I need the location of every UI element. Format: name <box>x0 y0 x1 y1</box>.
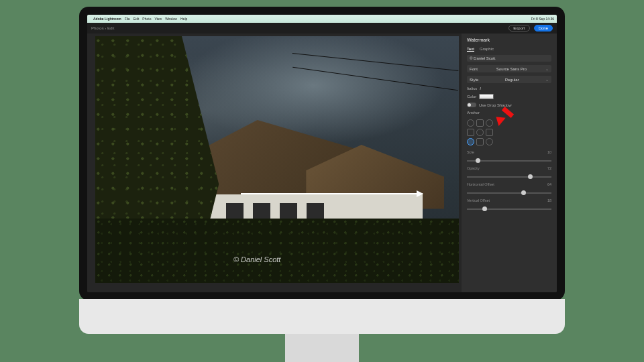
menu-help[interactable]: Help <box>180 17 187 21</box>
style-select[interactable]: Style Regular ⌄ <box>467 76 551 83</box>
menu-edit[interactable]: Edit <box>133 17 140 21</box>
photo-preview: © Daniel Scott <box>95 36 459 283</box>
vertical-label: Vertical Offset <box>467 198 490 202</box>
drop-shadow-label: Use Drop Shadow <box>479 103 512 107</box>
watermark-overlay[interactable]: © Daniel Scott <box>233 255 280 263</box>
italics-row: Italics I <box>467 86 551 90</box>
horizontal-label: Horizontal Offset <box>467 182 494 186</box>
watermark-type-tabs: Text Graphic <box>467 47 551 52</box>
opacity-label: Opacity <box>467 166 480 170</box>
anchor-mid-right[interactable] <box>486 129 493 136</box>
font-select[interactable]: Font Source Sans Pro ⌄ <box>467 65 551 72</box>
size-value: 10 <box>547 150 551 154</box>
panel-title: Watermark <box>467 38 551 42</box>
size-label: Size <box>467 150 474 154</box>
anchor-top-left[interactable] <box>467 119 474 127</box>
menubar-clock: Fri 8 Sep 14:36 <box>531 17 554 21</box>
breadcrumb: Photos › Edit <box>91 26 114 30</box>
color-swatch[interactable] <box>479 94 494 99</box>
anchor-label: Anchor <box>467 111 551 115</box>
anchor-mid-left[interactable] <box>467 129 474 136</box>
anchor-bottom-center[interactable] <box>476 138 484 145</box>
export-button[interactable]: Export <box>508 25 529 32</box>
anchor-bottom-left[interactable] <box>467 138 474 145</box>
color-row: Color <box>467 94 551 99</box>
monitor-bezel: Adobe Lightroom File Edit Photo View Win… <box>79 7 565 300</box>
opacity-value: 72 <box>547 166 551 170</box>
tab-graphic[interactable]: Graphic <box>480 47 494 52</box>
macos-menubar: Adobe Lightroom File Edit Photo View Win… <box>87 15 557 23</box>
vertical-slider[interactable] <box>467 208 551 210</box>
workspace: © Daniel Scott Watermark Text Graphic © … <box>87 34 557 292</box>
anchor-center[interactable] <box>476 129 484 136</box>
style-label: Style <box>470 78 478 82</box>
app-toolbar: Photos › Edit Export Done <box>87 23 557 34</box>
screen: Adobe Lightroom File Edit Photo View Win… <box>87 15 557 292</box>
menubar-app-name: Adobe Lightroom <box>93 17 121 21</box>
opacity-slider[interactable] <box>467 176 551 178</box>
style-value: Regular <box>505 78 519 82</box>
color-label: Color <box>467 95 476 99</box>
chevron-down-icon: ⌄ <box>545 66 549 71</box>
photo-hedge <box>95 219 459 283</box>
anchor-bottom-right[interactable] <box>486 138 493 145</box>
menu-view[interactable]: View <box>154 17 162 21</box>
tab-text[interactable]: Text <box>467 47 474 52</box>
menu-file[interactable]: File <box>125 17 130 21</box>
menu-window[interactable]: Window <box>165 17 177 21</box>
anchor-top-right[interactable] <box>486 119 493 127</box>
horizontal-value: 64 <box>547 182 551 186</box>
chevron-down-icon: ⌄ <box>545 77 549 82</box>
imac-frame: Adobe Lightroom File Edit Photo View Win… <box>79 7 565 355</box>
annotation-horizontal-arrow <box>241 193 423 194</box>
font-value: Source Sans Pro <box>496 67 527 71</box>
size-thumb[interactable] <box>476 158 480 163</box>
vertical-value: 18 <box>547 198 551 202</box>
menu-photo[interactable]: Photo <box>142 17 151 21</box>
horizontal-thumb[interactable] <box>521 190 526 195</box>
done-button[interactable]: Done <box>534 25 553 32</box>
italics-label: Italics <box>467 86 477 90</box>
size-slider[interactable] <box>467 160 551 162</box>
opacity-thumb[interactable] <box>528 174 533 179</box>
copyright-text-value: © Daniel Scott <box>470 56 495 60</box>
anchor-top-center[interactable] <box>476 119 484 127</box>
anchor-grid <box>467 119 551 145</box>
drop-shadow-row: Use Drop Shadow <box>467 103 551 107</box>
copyright-text-field[interactable]: © Daniel Scott <box>467 55 551 62</box>
canvas-area[interactable]: © Daniel Scott <box>87 34 462 292</box>
monitor-chin <box>79 299 565 334</box>
font-label: Font <box>470 67 478 71</box>
vertical-thumb[interactable] <box>482 206 487 211</box>
watermark-panel: Watermark Text Graphic © Daniel Scott Fo… <box>462 34 557 292</box>
horizontal-slider[interactable] <box>467 192 551 194</box>
monitor-stand-neck <box>285 334 359 362</box>
drop-shadow-toggle[interactable] <box>467 103 476 107</box>
photo-wires <box>292 51 459 105</box>
